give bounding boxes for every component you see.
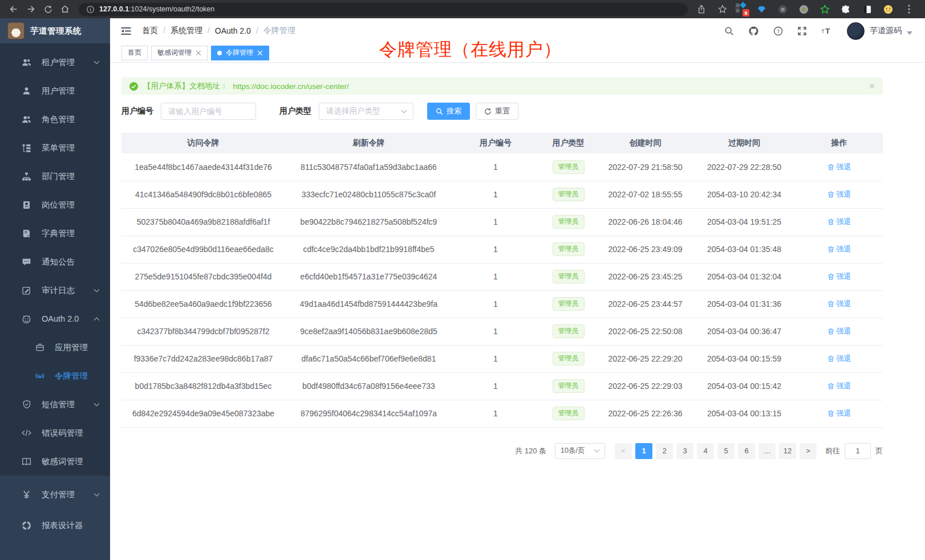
user-menu[interactable]: 芋道源码: [847, 22, 912, 40]
total-count: 共 120 条: [515, 446, 546, 456]
sidebar-item[interactable]: 应用管理: [0, 333, 110, 362]
sidebar-item[interactable]: 租户管理: [0, 48, 110, 76]
access-token-cell: 54d6be82ee5a460a9aedc1f9bf223656: [121, 290, 285, 318]
sidebar-item[interactable]: 通知公告: [0, 247, 110, 276]
user-type-select[interactable]: 请选择用户类型: [319, 103, 413, 120]
sidebar-item[interactable]: 用户管理: [0, 76, 110, 105]
view-tab[interactable]: 敏感词管理: [151, 46, 208, 60]
view-tab[interactable]: 首页: [121, 46, 148, 60]
gem-extension-icon[interactable]: [753, 2, 769, 17]
page-button[interactable]: 2: [656, 443, 673, 459]
puzzle-extension-icon[interactable]: [838, 2, 854, 17]
force-logout-button[interactable]: 强退: [827, 326, 851, 336]
sidebar-item[interactable]: 短信管理: [0, 390, 110, 419]
sidebar-fold-icon[interactable]: [120, 26, 132, 36]
chevron-down-icon: [94, 493, 100, 497]
sidebar-item[interactable]: 菜单管理: [0, 133, 110, 162]
forward-icon[interactable]: [23, 2, 39, 17]
user-id-label: 用户编号: [121, 106, 153, 116]
table-row: 6d842e2924594de9a09e45e087323abe 8796295…: [121, 400, 883, 427]
address-bar[interactable]: 127.0.0.1:1024/system/oauth2/token: [79, 3, 688, 16]
emoji-profile-icon[interactable]: [880, 2, 896, 17]
record-extension-icon[interactable]: [796, 2, 812, 17]
sidebar-item-label: 短信管理: [42, 399, 75, 410]
doc-link[interactable]: https://doc.iocoder.cn/user-center/: [233, 82, 349, 91]
page-button[interactable]: 3: [676, 443, 693, 459]
sidebar-item[interactable]: 角色管理: [0, 105, 110, 133]
user-id-cell: 1: [452, 345, 539, 372]
force-logout-button[interactable]: 强退: [827, 244, 851, 254]
access-token-cell: c347026e805e4d99b0d116eae66eda8c: [121, 236, 285, 263]
home-icon[interactable]: [57, 2, 73, 17]
sidebar-item[interactable]: 报表设计器: [0, 510, 110, 541]
breadcrumb: 首页系统管理OAuth 2.0令牌管理: [142, 26, 295, 36]
sidebar-item-label: 菜单管理: [42, 143, 75, 153]
force-logout-button[interactable]: 强退: [827, 217, 851, 227]
page-button[interactable]: 1: [635, 443, 652, 459]
page-button[interactable]: 5: [717, 443, 735, 459]
breadcrumb-item[interactable]: 首页: [142, 26, 165, 36]
search-button[interactable]: 搜索: [427, 103, 470, 120]
page-button[interactable]: 12: [779, 443, 796, 459]
share-icon[interactable]: [693, 2, 709, 17]
page-button[interactable]: 6: [738, 443, 755, 459]
page-button[interactable]: …: [758, 443, 776, 459]
fullscreen-icon[interactable]: [797, 26, 807, 36]
reload-icon[interactable]: [40, 2, 56, 17]
trash-icon: [827, 328, 834, 335]
sidebar-item[interactable]: A 令牌管理: [0, 362, 110, 390]
command-extension-icon[interactable]: ⌘: [774, 2, 790, 17]
breadcrumb-item[interactable]: OAuth 2.0: [215, 26, 258, 35]
sidebar-item[interactable]: 支付管理: [0, 479, 110, 510]
column-header: 用户类型: [539, 133, 598, 153]
reset-button[interactable]: 重置: [476, 103, 518, 120]
search-icon[interactable]: [724, 26, 734, 36]
alert-close-icon[interactable]: [869, 83, 875, 89]
sidebar-item-label: 支付管理: [42, 489, 75, 500]
github-icon[interactable]: [748, 26, 759, 36]
extensions-icon[interactable]: 9: [736, 2, 748, 16]
next-page-button[interactable]: >: [800, 443, 817, 459]
browser-menu-icon[interactable]: [901, 2, 917, 17]
user-id-cell: 1: [452, 318, 539, 345]
help-icon[interactable]: ?: [773, 26, 783, 36]
sidebar-item-label: 敏感词管理: [42, 456, 83, 467]
close-icon[interactable]: [196, 50, 201, 56]
expires-at-cell: 2054-03-04 00:36:47: [693, 318, 796, 345]
force-logout-button[interactable]: 强退: [827, 189, 851, 200]
trash-icon: [827, 191, 834, 198]
sidebar-item[interactable]: 部门管理: [0, 162, 110, 190]
sidebar-item[interactable]: OAuth 2.0: [0, 305, 110, 333]
breadcrumb-item[interactable]: 令牌管理: [263, 26, 295, 36]
sidebar-item[interactable]: 岗位管理: [0, 190, 110, 219]
force-logout-button[interactable]: 强退: [827, 162, 851, 172]
sidebar-item[interactable]: 审计日志: [0, 276, 110, 305]
info-icon[interactable]: [86, 2, 95, 17]
font-size-icon[interactable]: TT: [821, 26, 833, 35]
sidebar-item[interactable]: 字典管理: [0, 219, 110, 247]
sidebar-item[interactable]: 敏感词管理: [0, 447, 110, 476]
force-logout-button[interactable]: 强退: [827, 408, 851, 419]
force-logout-button[interactable]: 强退: [827, 271, 851, 282]
user-type-placeholder: 请选择用户类型: [326, 106, 380, 116]
back-icon[interactable]: [6, 2, 22, 17]
extension-square: [736, 3, 740, 7]
breadcrumb-item[interactable]: 系统管理: [171, 26, 210, 36]
page-size-select[interactable]: 10条/页: [555, 443, 605, 459]
view-tab[interactable]: 令牌管理: [211, 46, 269, 60]
close-icon[interactable]: [257, 50, 263, 56]
force-logout-button[interactable]: 强退: [827, 299, 851, 309]
force-logout-button[interactable]: 强退: [827, 381, 851, 391]
active-dot: [217, 51, 222, 55]
bookmark-star-icon[interactable]: [715, 2, 731, 17]
page-button[interactable]: 4: [697, 443, 714, 459]
goto-page-input[interactable]: [845, 443, 871, 459]
sidebar-item[interactable]: 错误码管理: [0, 419, 110, 447]
svg-text:T: T: [821, 29, 825, 34]
prev-page-button[interactable]: <: [615, 443, 632, 459]
side-panel-icon[interactable]: [859, 2, 875, 17]
force-logout-button[interactable]: 强退: [827, 354, 851, 364]
green-star-extension-icon[interactable]: [817, 2, 833, 17]
app-logo-bar[interactable]: 芋道管理系统: [0, 18, 110, 43]
user-id-input[interactable]: [161, 103, 256, 120]
